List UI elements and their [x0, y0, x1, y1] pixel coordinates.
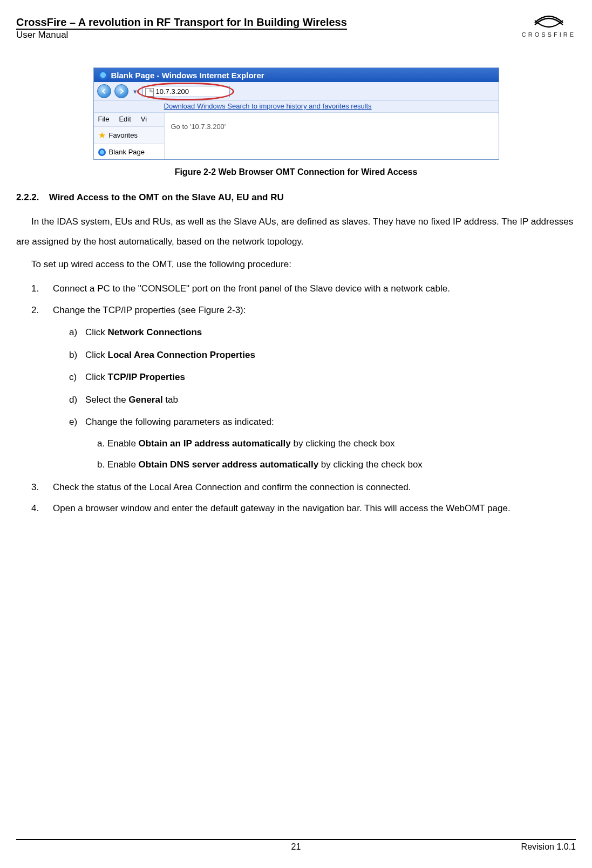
ie-logo-icon [98, 70, 108, 80]
step-2b: b) Click Local Area Connection Propertie… [69, 348, 576, 362]
window-title-text: Blank Page - Windows Internet Explorer [111, 71, 264, 80]
procedure-list: 1. Connect a PC to the "CONSOLE" port on… [16, 282, 576, 516]
step-3: 3. Check the status of the Local Area Co… [31, 480, 576, 494]
step-2a: a) Click Network Connections [69, 326, 576, 340]
back-button[interactable] [97, 84, 111, 98]
section-title: Wired Access to the OMT on the Slave AU,… [49, 192, 284, 202]
step-1: 1. Connect a PC to the "CONSOLE" port on… [31, 282, 576, 296]
goto-value: 10.7.3.200 [191, 123, 224, 131]
header-text-block: CrossFire – A revolution in RF Transport… [16, 16, 347, 40]
section-heading: 2.2.2. Wired Access to the OMT on the Sl… [16, 192, 576, 203]
page-footer: 21 Revision 1.0.1 [16, 839, 576, 852]
footer-row: 21 Revision 1.0.1 [16, 840, 576, 852]
substeps-2: a) Click Network Connections b) Click Lo… [53, 326, 576, 472]
paragraph-1: In the IDAS system, EUs and RUs, as well… [16, 212, 576, 252]
doc-subtitle: User Manual [16, 29, 68, 40]
page-icon [145, 88, 154, 97]
document-page: CrossFire – A revolution in RF Transport… [0, 0, 592, 868]
section-number: 2.2.2. [16, 192, 46, 203]
menu-edit[interactable]: Edit [119, 115, 131, 123]
browser-tab[interactable]: Blank Page [94, 144, 164, 159]
step-4: 4. Open a browser window and enter the d… [31, 501, 576, 516]
address-value: 10.7.3.200 [156, 87, 189, 96]
forward-button[interactable] [114, 84, 128, 98]
favorites-bar[interactable]: ★ Favorites [94, 127, 164, 144]
step-2: 2. Change the TCP/IP properties (see Fig… [31, 303, 576, 472]
menu-file[interactable]: File [98, 115, 110, 123]
window-titlebar: Blank Page - Windows Internet Explorer [94, 68, 499, 82]
address-suggestion-area: Go to '10.7.3.200' [165, 113, 499, 159]
favorites-label: Favorites [109, 131, 138, 139]
page-number: 21 [16, 842, 576, 852]
paragraph-2: To set up wired access to the OMT, use t… [16, 254, 576, 274]
address-bar-row: ▾ 10.7.3.200 [94, 82, 499, 101]
menu-bar: File Edit Vi [94, 113, 164, 127]
arrow-left-icon [101, 89, 107, 94]
browser-body: File Edit Vi ★ Favorites Blank Page Go t… [94, 113, 499, 159]
step-2c: c) Click TCP/IP Properties [69, 370, 576, 384]
page-header: CrossFire – A revolution in RF Transport… [16, 16, 576, 40]
ie-browser-screenshot: Blank Page - Windows Internet Explorer ▾… [93, 67, 499, 160]
history-dropdown-arrow[interactable]: ▾ [132, 87, 139, 96]
step-2d: d) Select the General tab [69, 393, 576, 407]
arrow-right-icon [119, 89, 124, 94]
download-search-link[interactable]: Download Windows Search to improve histo… [94, 101, 499, 113]
figure-caption: Figure 2-2 Web Browser OMT Connection fo… [16, 167, 576, 177]
ie-tab-icon [98, 148, 106, 156]
crossfire-logo: CROSSFIRE [522, 13, 576, 38]
browser-left-column: File Edit Vi ★ Favorites Blank Page [94, 113, 165, 159]
goto-prefix: Go to ' [171, 123, 192, 131]
star-icon: ★ [98, 130, 106, 140]
address-box-wrap: 10.7.3.200 [142, 86, 230, 97]
goto-suffix: ' [224, 123, 226, 131]
address-input[interactable]: 10.7.3.200 [142, 86, 230, 97]
tab-label: Blank Page [109, 148, 145, 156]
logo-swirl-icon [533, 13, 565, 28]
logo-text: CROSSFIRE [522, 31, 576, 38]
step-2e-a: a. Enable Obtain an IP address automatic… [97, 437, 576, 451]
step-2e-b: b. Enable Obtain DNS server address auto… [97, 458, 576, 472]
step-2e: e) Change the following parameters as in… [69, 415, 576, 472]
menu-view-truncated[interactable]: Vi [141, 115, 147, 123]
substeps-2e: a. Enable Obtain an IP address automatic… [85, 437, 576, 472]
doc-title: CrossFire – A revolution in RF Transport… [16, 16, 347, 29]
